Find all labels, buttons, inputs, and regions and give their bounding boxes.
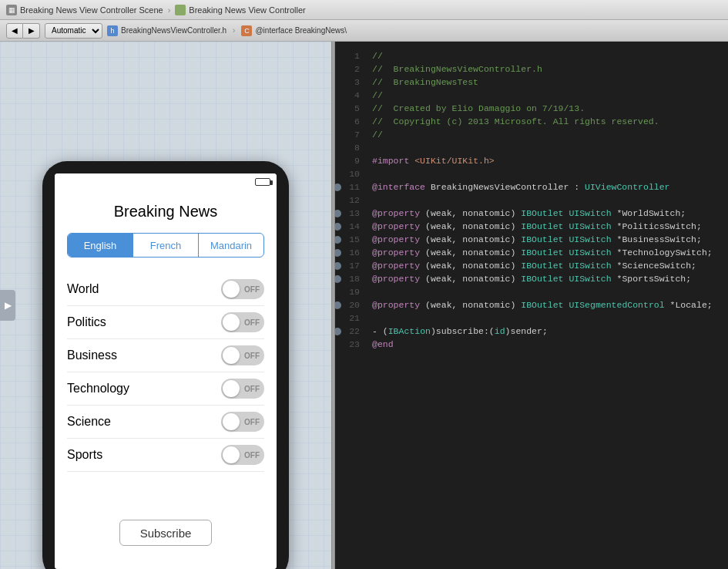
breakpoint-dot — [335, 262, 341, 270]
off-label-science: OFF — [244, 418, 260, 426]
controller-icon — [175, 5, 186, 15]
interface-label[interactable]: @interface BreakingNews\ — [255, 26, 347, 35]
code-line: // Copyright (c) 2013 Microsoft. All rig… — [372, 115, 728, 128]
switch-knob-business — [223, 347, 240, 364]
switch-knob-world — [223, 281, 240, 298]
nav-back-button[interactable]: ◀ — [6, 23, 23, 39]
switch-world[interactable]: OFF — [221, 279, 264, 299]
code-content: 1234567891011121314151617181920212223///… — [335, 48, 728, 351]
code-line: // Created by Elio Damaggio on 7/19/13. — [372, 102, 728, 115]
off-label-sports: OFF — [244, 451, 260, 460]
switch-knob-science — [223, 413, 240, 430]
off-label-business: OFF — [244, 352, 260, 360]
switch-science[interactable]: OFF — [221, 412, 264, 432]
breadcrumb-sep2: › — [233, 26, 235, 35]
subscribe-button[interactable]: Subscribe — [119, 520, 212, 546]
label-business: Business — [67, 348, 117, 362]
editor-toolbar: ◀ ▶ Automatic Manual h BreakingNewsViewC… — [0, 20, 728, 42]
code-line: @property (weak, nonatomic) IBOutlet UIS… — [372, 246, 728, 259]
breakpoint-dot — [335, 183, 341, 191]
phone-content: Breaking News English French Mandarin Wo… — [55, 190, 277, 569]
filename-h[interactable]: BreakingNewsViewController.h — [121, 26, 226, 35]
code-line: // — [372, 49, 728, 62]
main-area: ▶ Breaking News English French Mandarin — [0, 42, 728, 569]
breakpoint-dot — [335, 301, 341, 309]
code-line: // — [372, 89, 728, 102]
switch-business[interactable]: OFF — [221, 345, 264, 365]
segment-french[interactable]: French — [133, 234, 199, 257]
mode-select[interactable]: Automatic Manual — [45, 23, 102, 39]
switch-technology[interactable]: OFF — [221, 379, 264, 399]
toggle-row-sports: Sports OFF — [67, 439, 264, 472]
breakpoint-dot — [335, 249, 341, 257]
code-line: // — [372, 128, 728, 141]
code-line — [372, 194, 728, 207]
nav-forward-button[interactable]: ▶ — [23, 23, 40, 39]
off-label-technology: OFF — [244, 385, 260, 393]
nav-buttons[interactable]: ◀ ▶ — [6, 23, 40, 39]
code-line: @property (weak, nonatomic) IBOutlet UIS… — [372, 207, 728, 220]
file-icon-h: h — [107, 25, 118, 36]
toggle-row-science: Science OFF — [67, 406, 264, 439]
label-politics: Politics — [67, 315, 106, 329]
phone-frame: Breaking News English French Mandarin Wo… — [42, 161, 289, 569]
phone-mockup: Breaking News English French Mandarin Wo… — [42, 161, 289, 569]
locale-segmented-control[interactable]: English French Mandarin — [67, 233, 264, 258]
battery-icon — [255, 178, 270, 186]
breadcrumb-scene[interactable]: Breaking News View Controller Scene — [20, 5, 163, 15]
file-info: h BreakingNewsViewController.h › C @inte… — [107, 25, 347, 36]
off-label-politics: OFF — [244, 318, 260, 327]
code-line: @end — [372, 338, 728, 351]
code-line: @property (weak, nonatomic) IBOutlet UIS… — [372, 233, 728, 246]
label-science: Science — [67, 415, 111, 429]
code-editor-panel[interactable]: 1234567891011121314151617181920212223///… — [335, 42, 728, 569]
label-sports: Sports — [67, 448, 102, 462]
toggle-row-world: World OFF — [67, 273, 264, 306]
segment-english[interactable]: English — [68, 234, 133, 257]
collapse-sidebar-button[interactable]: ▶ — [0, 290, 15, 321]
code-line — [372, 285, 728, 298]
toggle-row-politics: Politics OFF — [67, 306, 264, 339]
code-line: @interface BreakingNewsViewController : … — [372, 180, 728, 194]
code-line: @property (weak, nonatomic) IBOutlet UIS… — [372, 259, 728, 272]
code-line: #import <UIKit/UIKit.h> — [372, 154, 728, 167]
code-line: // BreakingNewsTest — [372, 76, 728, 89]
scene-icon: ▦ — [6, 5, 17, 15]
switch-knob-politics — [223, 314, 240, 331]
code-line — [372, 141, 728, 154]
label-technology: Technology — [67, 382, 129, 396]
status-bar — [55, 173, 277, 190]
label-world: World — [67, 282, 99, 296]
breakpoint-dot — [335, 328, 341, 335]
off-label-world: OFF — [244, 285, 260, 294]
toggle-row-business: Business OFF — [67, 339, 264, 372]
code-line: @property (weak, nonatomic) IBOutlet UIS… — [372, 298, 728, 311]
code-line: @property (weak, nonatomic) IBOutlet UIS… — [372, 272, 728, 285]
code-line: - (IBAction)subscribe:(id)sender; — [372, 325, 728, 338]
app-title: Breaking News — [67, 203, 264, 221]
switch-politics[interactable]: OFF — [221, 312, 264, 332]
breadcrumb-controller[interactable]: Breaking News View Controller — [189, 5, 305, 15]
breakpoint-dot — [335, 275, 341, 283]
breadcrumb-sep1: › — [168, 5, 171, 15]
code-line: // BreakingNewsViewController.h — [372, 62, 728, 76]
breakpoint-dot — [335, 210, 341, 217]
breakpoint-dot — [335, 236, 341, 244]
file-icon-c: C — [241, 25, 252, 36]
switch-knob-sports — [223, 446, 240, 463]
switch-sports[interactable]: OFF — [221, 445, 264, 465]
top-breadcrumb-bar: ▦ Breaking News View Controller Scene › … — [0, 0, 728, 20]
code-line: @property (weak, nonatomic) IBOutlet UIS… — [372, 220, 728, 233]
phone-screen: Breaking News English French Mandarin Wo… — [55, 173, 277, 569]
breakpoint-dot — [335, 223, 341, 231]
toggle-row-technology: Technology OFF — [67, 372, 264, 406]
switch-knob-technology — [223, 380, 240, 397]
storyboard-panel: ▶ Breaking News English French Mandarin — [0, 42, 331, 569]
segment-mandarin[interactable]: Mandarin — [199, 234, 263, 257]
code-line — [372, 311, 728, 325]
code-lines: //// BreakingNewsViewController.h// Brea… — [366, 48, 728, 351]
toggle-rows-container: World OFF Politics OFF — [67, 273, 264, 472]
line-numbers: 1234567891011121314151617181920212223 — [335, 48, 366, 351]
code-line — [372, 167, 728, 180]
